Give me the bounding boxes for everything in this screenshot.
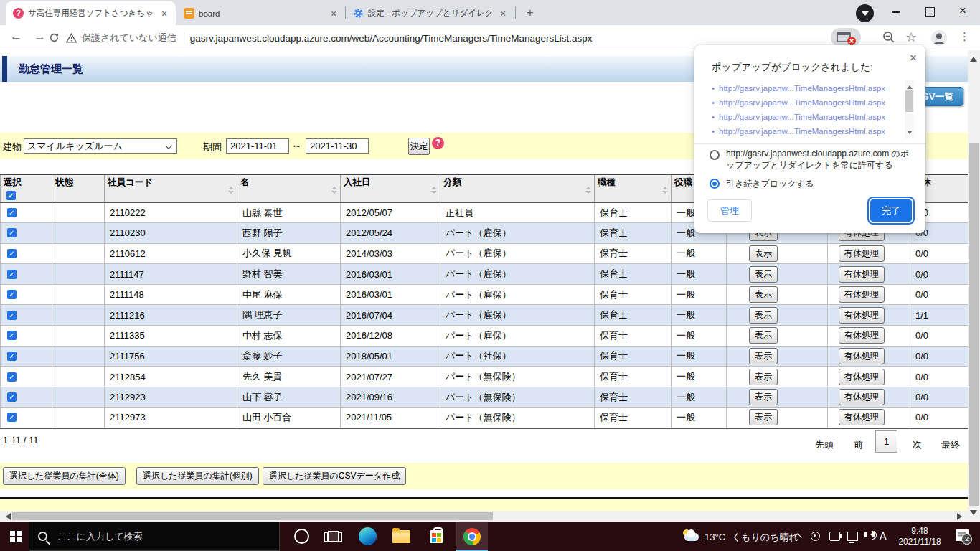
window-minimize-button[interactable] bbox=[884, 0, 908, 23]
volume-icon[interactable] bbox=[867, 531, 875, 538]
blocked-popup-link[interactable]: •http://gasrv.japanw...TimeManagersHtml.… bbox=[712, 95, 891, 110]
row-checkbox[interactable]: ✓ bbox=[7, 311, 17, 320]
clock[interactable]: 9:48 2021/11/18 bbox=[891, 526, 948, 547]
battery-icon[interactable] bbox=[829, 532, 840, 541]
notification-icon[interactable]: 2 bbox=[956, 529, 969, 541]
show-button[interactable]: 表示 bbox=[749, 409, 778, 425]
row-checkbox[interactable]: ✓ bbox=[7, 208, 17, 217]
allow-radio[interactable] bbox=[710, 150, 720, 160]
blocked-popup-link[interactable]: •http://gasrv.japanw...TimeManagersHtml.… bbox=[712, 124, 891, 138]
tab-settings[interactable]: 設定 - ポップアップとリダイレクト × bbox=[346, 1, 514, 25]
url-text[interactable]: gasrv.japanwest.cloudapp.azure.com/web/A… bbox=[190, 33, 593, 44]
column-header[interactable]: 名 bbox=[237, 174, 341, 202]
scroll-left-arrow[interactable] bbox=[2, 513, 11, 520]
row-checkbox[interactable]: ✓ bbox=[7, 413, 17, 422]
row-checkbox[interactable]: ✓ bbox=[7, 249, 17, 258]
column-header[interactable]: 分類 bbox=[440, 174, 595, 202]
tab-board[interactable]: board × bbox=[176, 1, 345, 25]
dialog-close-icon[interactable]: × bbox=[910, 51, 917, 65]
paid-leave-button[interactable]: 有休処理 bbox=[839, 369, 885, 385]
done-button[interactable]: 完了 bbox=[870, 199, 912, 222]
action-button[interactable]: 選択した従業員のCSVデータ作成 bbox=[263, 467, 406, 485]
scroll-right-arrow[interactable] bbox=[957, 513, 966, 520]
back-icon[interactable]: ← bbox=[10, 29, 22, 44]
row-checkbox[interactable]: ✓ bbox=[7, 270, 17, 279]
task-view-icon[interactable] bbox=[324, 529, 342, 547]
microsoft-store-icon[interactable] bbox=[428, 528, 446, 546]
paid-leave-button[interactable]: 有休処理 bbox=[839, 389, 885, 405]
row-checkbox[interactable]: ✓ bbox=[7, 331, 17, 340]
start-button[interactable] bbox=[10, 531, 22, 542]
ime-indicator[interactable]: A bbox=[880, 530, 887, 542]
horizontal-scroll-thumb[interactable] bbox=[12, 512, 493, 520]
show-button[interactable]: 表示 bbox=[749, 245, 778, 262]
window-close-button[interactable]: × bbox=[951, 0, 975, 23]
vertical-scrollbar[interactable] bbox=[968, 50, 980, 522]
profile-avatar[interactable] bbox=[930, 29, 948, 50]
file-explorer-icon[interactable] bbox=[392, 530, 410, 543]
row-checkbox[interactable]: ✓ bbox=[7, 228, 17, 237]
reload-icon[interactable] bbox=[49, 32, 60, 47]
scroll-up-arrow[interactable] bbox=[970, 53, 977, 62]
cortana-icon[interactable] bbox=[294, 529, 309, 544]
date-to-input[interactable]: 2021-11-30 bbox=[306, 138, 369, 154]
tab-close-icon[interactable]: × bbox=[497, 8, 509, 19]
horizontal-scrollbar[interactable] bbox=[0, 511, 968, 522]
window-maximize-button[interactable] bbox=[918, 0, 942, 23]
row-checkbox[interactable]: ✓ bbox=[7, 372, 17, 382]
chrome-taskbar-button[interactable] bbox=[456, 522, 488, 551]
sort-icon[interactable] bbox=[431, 184, 437, 197]
column-header[interactable]: 入社日 bbox=[341, 174, 440, 202]
select-all-checkbox[interactable]: ✓ bbox=[6, 191, 16, 200]
paid-leave-button[interactable]: 有休処理 bbox=[839, 245, 885, 262]
column-header[interactable]: 社員コード bbox=[105, 174, 237, 202]
submit-button[interactable]: 決定 bbox=[408, 138, 430, 155]
pagination-first[interactable]: 先頭 bbox=[815, 438, 834, 451]
manage-button[interactable]: 管理 bbox=[707, 199, 752, 222]
zoom-icon[interactable] bbox=[882, 31, 895, 47]
row-checkbox[interactable]: ✓ bbox=[7, 392, 17, 402]
show-button[interactable]: 表示 bbox=[749, 327, 778, 344]
pagination-next[interactable]: 次 bbox=[913, 438, 922, 451]
security-label[interactable]: 保護されていない通信 bbox=[82, 32, 176, 44]
paid-leave-button[interactable]: 有休処理 bbox=[839, 286, 885, 303]
dialog-scroll-up[interactable] bbox=[907, 83, 913, 89]
action-button[interactable]: 選択した従業員の集計(全体) bbox=[3, 467, 126, 485]
date-from-input[interactable]: 2021-11-01 bbox=[226, 138, 289, 154]
show-button[interactable]: 表示 bbox=[749, 286, 778, 303]
dialog-scrollbar[interactable] bbox=[905, 80, 914, 138]
tab-close-icon[interactable]: × bbox=[328, 8, 339, 19]
edge-icon[interactable] bbox=[359, 527, 377, 545]
block-radio[interactable] bbox=[710, 179, 720, 189]
meet-now-icon[interactable] bbox=[811, 532, 820, 541]
show-button[interactable]: 表示 bbox=[749, 389, 778, 405]
tab-satsuki[interactable]: ? サ高住専用経営ソフトさつきちゃん × bbox=[6, 1, 176, 25]
network-icon[interactable] bbox=[847, 532, 858, 541]
column-header[interactable]: 職種 bbox=[595, 174, 672, 202]
blocked-popup-link[interactable]: •http://gasrv.japanw...TimeManagersHtml.… bbox=[712, 110, 891, 124]
pagination-prev[interactable]: 前 bbox=[854, 438, 863, 451]
vertical-scroll-thumb[interactable] bbox=[969, 143, 979, 506]
paid-leave-button[interactable]: 有休処理 bbox=[839, 348, 885, 364]
weather-icon[interactable] bbox=[683, 529, 700, 542]
pagination-page-button[interactable]: 1 bbox=[875, 430, 897, 453]
menu-dots-icon[interactable]: ⋮ bbox=[959, 30, 970, 43]
blocked-popup-link[interactable]: •http://gasrv.japanw...TimeManagersHtml.… bbox=[712, 81, 891, 95]
forward-icon[interactable]: → bbox=[34, 29, 46, 44]
show-button[interactable]: 表示 bbox=[749, 348, 778, 364]
pagination-last[interactable]: 最終 bbox=[941, 438, 960, 451]
show-button[interactable]: 表示 bbox=[749, 369, 778, 385]
show-button[interactable]: 表示 bbox=[749, 307, 778, 324]
new-tab-button[interactable]: + bbox=[522, 5, 539, 22]
sort-icon[interactable] bbox=[228, 184, 234, 197]
show-button[interactable]: 表示 bbox=[749, 266, 778, 283]
dialog-scroll-down[interactable] bbox=[907, 131, 913, 137]
sort-icon[interactable] bbox=[585, 184, 591, 197]
sort-icon[interactable] bbox=[331, 184, 337, 197]
row-checkbox[interactable]: ✓ bbox=[7, 290, 17, 299]
tab-close-icon[interactable]: × bbox=[159, 8, 170, 19]
taskbar-search-input[interactable]: ここに入力して検索 bbox=[29, 522, 280, 551]
row-checkbox[interactable]: ✓ bbox=[7, 352, 17, 361]
help-icon[interactable]: ? bbox=[432, 137, 444, 149]
bookmark-star-icon[interactable]: ☆ bbox=[905, 29, 917, 45]
